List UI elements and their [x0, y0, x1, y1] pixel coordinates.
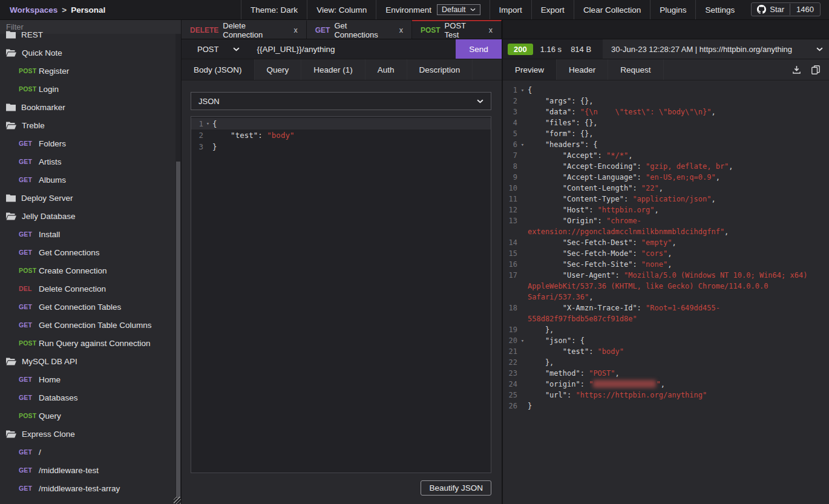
url-input[interactable]	[247, 39, 456, 59]
close-tab-icon[interactable]: x	[489, 26, 493, 34]
line-number: 19	[503, 324, 517, 335]
method-badge: GET	[19, 140, 39, 147]
request-artists[interactable]: GETArtists	[0, 152, 181, 171]
request-name: Home	[39, 375, 61, 384]
token: "origin":	[528, 380, 589, 388]
menu-view-column[interactable]: View: Column	[307, 0, 376, 19]
fold-spacer	[517, 379, 528, 390]
fold-icon[interactable]: ▾	[517, 335, 528, 346]
breadcrumb-workspaces[interactable]: Workspaces	[10, 5, 57, 15]
sidebar-resize-handle[interactable]	[174, 497, 181, 504]
menu-import[interactable]: Import	[490, 0, 531, 19]
request-get-connections[interactable]: GETGet Connections	[0, 243, 181, 261]
response-body-viewer[interactable]: 1▾{2 "args": {},3 "data": "{\n \"test\":…	[503, 80, 829, 504]
body-type-select[interactable]: JSON	[191, 92, 491, 110]
github-star-widget[interactable]: Star 1460	[751, 2, 821, 16]
breadcrumb-current-workspace: Personal	[71, 5, 105, 15]
method-badge: GET	[19, 466, 39, 474]
line-number: 21	[503, 346, 517, 357]
request-tab-header-1[interactable]: Header (1)	[301, 59, 365, 80]
menu-settings[interactable]: Settings	[695, 0, 744, 19]
menu-plugins[interactable]: Plugins	[650, 0, 695, 19]
line-number: 22	[503, 357, 517, 368]
request-home[interactable]: GETHome	[0, 370, 181, 388]
request-databases[interactable]: GETDatabases	[0, 388, 181, 407]
copy-icon[interactable]	[811, 65, 820, 74]
send-button[interactable]: Send	[456, 39, 502, 59]
token: "Sec-Fetch-Site":	[528, 260, 641, 269]
close-tab-icon[interactable]: x	[293, 26, 297, 34]
request-tab-body-json[interactable]: Body (JSON)	[182, 59, 255, 80]
code-line: 24 "origin": "",	[503, 379, 829, 390]
code-line: 6▾ "headers": {	[503, 139, 829, 150]
request-get-connection-tables[interactable]: GETGet Connection Tables	[0, 298, 181, 316]
beautify-json-button[interactable]: Beautify JSON	[421, 480, 491, 496]
code-text: "Sec-Fetch-Site": "none",	[528, 259, 672, 270]
menu-clear-collection[interactable]: Clear Collection	[574, 0, 650, 19]
token: "Origin":	[528, 217, 606, 225]
request-tab-query[interactable]: Query	[255, 59, 302, 80]
sidebar-scrollbar[interactable]	[175, 34, 181, 504]
collection-deploy-server[interactable]: Deploy Server	[0, 189, 181, 207]
request-login[interactable]: POSTLogin	[0, 80, 181, 98]
request-create-connection[interactable]: POSTCreate Connection	[0, 261, 181, 280]
request-run-query-against-connection[interactable]: POSTRun Query against Connection	[0, 334, 181, 352]
fold-spacer	[517, 96, 528, 106]
method-select[interactable]: POST	[182, 39, 247, 59]
request-get-connection-table-columns[interactable]: GETGet Connection Table Columns	[0, 316, 181, 334]
github-star-count: 1460	[790, 4, 820, 15]
request-query[interactable]: POSTQuery	[0, 407, 181, 425]
request-delete-connection[interactable]: DELDelete Connection	[0, 280, 181, 298]
request-tab-description[interactable]: Description	[407, 59, 473, 80]
line-number: 23	[503, 368, 517, 379]
close-tab-icon[interactable]: x	[399, 26, 403, 34]
fold-icon[interactable]: ▾	[517, 139, 528, 150]
code-line: 558d82f97fbdb5e87cf91d8e"	[503, 313, 829, 324]
request-item[interactable]: GET/	[0, 443, 181, 461]
token: {	[528, 86, 532, 94]
request-name: Folders	[39, 139, 66, 148]
collection-express-clone[interactable]: Express Clone	[0, 425, 181, 443]
environment-select[interactable]: Default	[437, 4, 480, 15]
fold-spacer	[517, 324, 528, 335]
tab-delete-connection[interactable]: DELETEDelete Connectionx	[182, 20, 307, 39]
token: "test":	[212, 131, 267, 140]
response-tab-header[interactable]: Header	[557, 59, 608, 80]
fold-spacer	[517, 281, 528, 292]
request-tab-auth[interactable]: Auth	[365, 59, 407, 80]
request-install[interactable]: GETInstall	[0, 225, 181, 243]
request-middleware-test[interactable]: GET/middleware-test	[0, 461, 181, 479]
fold-icon[interactable]: ▾	[203, 118, 212, 129]
body-editor[interactable]: 1▾{2 "test": "body"3}	[191, 116, 491, 473]
response-history-select[interactable]: 30-Jun-23 12:28:27 AM | https://httpbin.…	[603, 39, 829, 59]
topbar-menu: Theme: DarkView: ColumnEnvironmentDefaul…	[241, 0, 744, 19]
collection-mysql-db-api[interactable]: MySQL DB API	[0, 352, 181, 370]
fold-spacer	[517, 259, 528, 270]
collection-jelly-database[interactable]: Jelly Database	[0, 207, 181, 225]
fold-spacer	[517, 106, 528, 117]
response-tab-preview[interactable]: Preview	[503, 59, 557, 80]
response-tab-request[interactable]: Request	[608, 59, 663, 80]
request-middleware-test-array[interactable]: GET/middleware-test-array	[0, 479, 181, 497]
folder-closed-icon	[6, 31, 16, 39]
chevron-down-icon	[233, 47, 240, 51]
request-albums[interactable]: GETAlbums	[0, 171, 181, 189]
code-text: "Content-Type": "application/json",	[528, 194, 716, 205]
github-star-button[interactable]: Star	[752, 4, 790, 15]
code-line: 11 "Content-Type": "application/json",	[503, 194, 829, 205]
menu-theme-dark[interactable]: Theme: Dark	[241, 0, 307, 19]
token: ,	[628, 151, 632, 160]
fold-icon[interactable]: ▾	[517, 85, 528, 96]
download-icon[interactable]	[792, 65, 801, 74]
request-register[interactable]: POSTRegister	[0, 62, 181, 80]
collection-bookmarker[interactable]: Bookmarker	[0, 98, 181, 116]
collection-treble[interactable]: Treble	[0, 116, 181, 134]
sidebar-scrollbar-thumb[interactable]	[176, 162, 180, 498]
status-badge: 200	[508, 44, 533, 55]
collection-quick-note[interactable]: Quick Note	[0, 44, 181, 62]
request-folders[interactable]: GETFolders	[0, 134, 181, 152]
tab-post-test[interactable]: POSTPOST Testx	[412, 20, 502, 39]
menu-environment[interactable]: EnvironmentDefault	[376, 0, 489, 19]
menu-export[interactable]: Export	[531, 0, 574, 19]
tab-get-connections[interactable]: GETGet Connectionsx	[307, 20, 412, 39]
